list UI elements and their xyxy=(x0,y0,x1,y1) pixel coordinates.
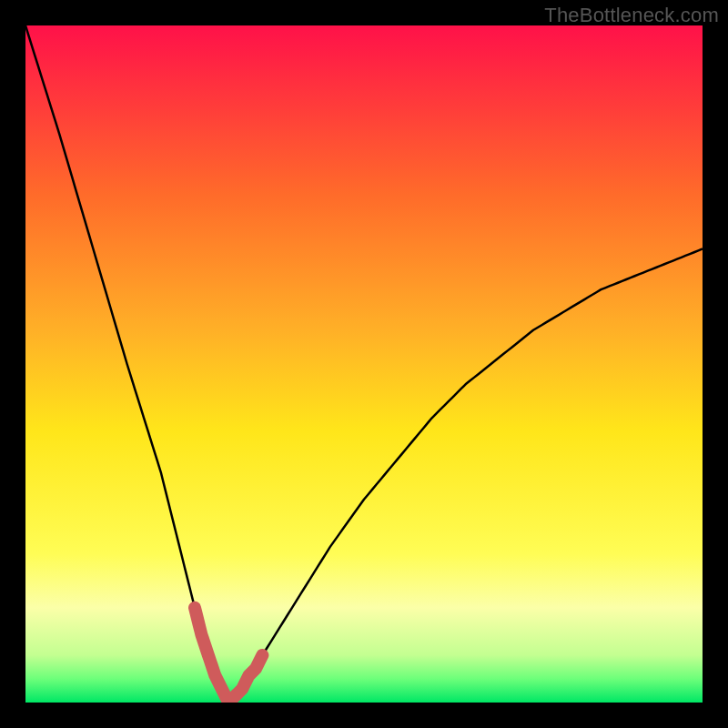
chart-frame: TheBottleneck.com xyxy=(0,0,728,728)
plot-area xyxy=(25,25,703,703)
chart-svg xyxy=(25,25,703,703)
watermark-text: TheBottleneck.com xyxy=(544,4,719,27)
